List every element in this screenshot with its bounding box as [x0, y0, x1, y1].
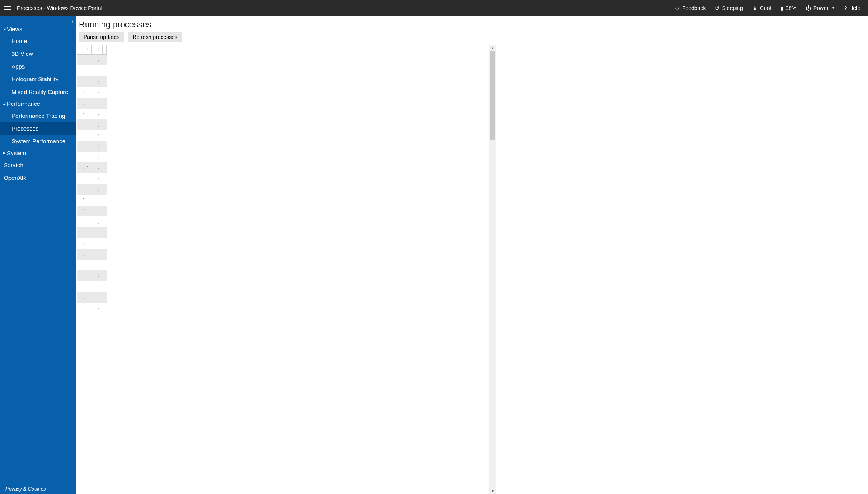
table-row[interactable]: 1400svchost.exeNT AUTHORITY\NETWO…00.33%…: [77, 184, 107, 195]
table-row[interactable]: 1184lsass.exeNT AUTHORITY\SYSTEM00.00%9.…: [77, 130, 107, 141]
pause-updates-button[interactable]: Pause updates: [79, 32, 124, 42]
cell-cpu: 0.00%: [92, 162, 95, 173]
table-row[interactable]: 4SystemNT AUTHORITY\SYSTEM014.58%32.0 KB…: [77, 65, 107, 76]
cell-cpu: 0.00%: [92, 303, 95, 313]
cell-name: svchost.exe: [80, 270, 84, 281]
cell-cs: 8.7 MB: [103, 227, 107, 238]
cell-cpu: 0.00%: [92, 270, 95, 281]
table-row[interactable]: 600smss.exeNT AUTHORITY\SYSTEM00.00%268.…: [77, 98, 107, 109]
sidebar-collapse-button[interactable]: ‹: [72, 18, 73, 24]
table-row[interactable]: 1852svchost.exeNT AUTHORITY\LOCAL …00.00…: [77, 238, 107, 249]
table-row[interactable]: 0System Idle ProcessNT AUTHORITY\SYSTEM0…: [77, 55, 107, 65]
table-row[interactable]: 1292dwm.exeWindow Manager\DWM…00.00%413.…: [77, 162, 107, 173]
privacy-link[interactable]: Privacy & Cookies: [0, 484, 76, 494]
column-header-pws[interactable]: Private Working Set: [95, 45, 99, 55]
scroll-thumb[interactable]: [490, 51, 495, 140]
sidebar-group-performance[interactable]: ◢Performance: [0, 98, 76, 109]
cell-pws: 688.0 KB: [95, 87, 99, 98]
sidebar-item-system-performance[interactable]: System Performance: [0, 135, 76, 147]
cell-cpu: 0.00%: [92, 87, 95, 98]
column-header-pid[interactable]: PID: [77, 45, 80, 55]
table-row[interactable]: 1648WUDFHost.exeNT AUTHORITY\LOCAL …00.0…: [77, 206, 107, 216]
table-row[interactable]: 1460WUDFHost.exeNT AUTHORITY\LOCAL …00.3…: [77, 195, 107, 206]
table-row[interactable]: 1796svchost.exeNT AUTHORITY\LOCAL …00.00…: [77, 227, 107, 238]
cell-ws: 47.8 MB: [99, 249, 103, 260]
table-row[interactable]: 2016svchost.exeNT AUTHORITY\LOCAL …00.00…: [77, 270, 107, 281]
sidebar-item-home[interactable]: Home: [0, 35, 76, 47]
cell-cpu: 0.00%: [92, 238, 95, 249]
sidebar-item-mixed-reality-capture[interactable]: Mixed Reality Capture: [0, 85, 76, 98]
caret-right-icon: ▶: [3, 151, 5, 155]
column-header-sid[interactable]: Session Id: [88, 45, 92, 55]
table-row[interactable]: 2216sihost.exeHOLOLENS-P3NAQ6\De…00.33%4…: [77, 292, 107, 303]
cell-pid: 4: [77, 65, 80, 76]
sidebar-item-apps[interactable]: Apps: [0, 60, 76, 73]
table-row[interactable]: 1300svchost.exeNT AUTHORITY\SYSTEM00.00%…: [77, 173, 107, 184]
cell-name: WUDFHost.exe: [80, 206, 84, 216]
cell-user: NT AUTHORITY\SYSTEM: [84, 260, 88, 270]
feedback-label: Feedback: [682, 5, 706, 11]
cell-ws: 15.6 MB: [99, 303, 103, 313]
cell-sid: 0: [88, 292, 92, 303]
sidebar-item-performance-tracing[interactable]: Performance Tracing: [0, 109, 76, 122]
cell-cpu: 0.00%: [92, 109, 95, 119]
table-row[interactable]: 1656svchost.exeNT AUTHORITY\SYSTEM00.00%…: [77, 216, 107, 227]
cell-name: [80, 76, 84, 87]
column-header-cpu[interactable]: CPU: [92, 45, 95, 55]
cell-cpu: 0.00%: [92, 119, 95, 130]
cell-pws: 4.7 MB: [95, 292, 99, 303]
cell-cs: 2.0 MB: [103, 206, 107, 216]
table-row[interactable]: 2260Spectrum.exeNT AUTHORITY\LOCAL …00.0…: [77, 303, 107, 313]
sidebar-item-scratch[interactable]: Scratch: [0, 159, 76, 171]
cell-cpu: 0.33%: [92, 292, 95, 303]
cell-user: NT AUTHORITY\SYSTEM: [84, 130, 88, 141]
column-header-ws[interactable]: Working Set: [99, 45, 103, 55]
table-row[interactable]: 564csrss.exeNT AUTHORITY\SYSTEM00.00%688…: [77, 87, 107, 98]
hamburger-menu-icon[interactable]: [4, 5, 11, 11]
table-row[interactable]: 1200HoloCameraApp.exeREDMOND\ambillin00.…: [77, 141, 107, 152]
scroll-up-arrow-icon[interactable]: ▴: [489, 45, 496, 51]
table-row[interactable]: 1916svchost.exeNT AUTHORITY\SYSTEM00.00%…: [77, 260, 107, 270]
cell-name: lsass.exe: [80, 130, 84, 141]
sidebar-group-system[interactable]: ▶System: [0, 147, 76, 159]
table-row[interactable]: 2024svchost.exeNT AUTHORITY\LOCAL …00.00…: [77, 281, 107, 292]
scroll-down-arrow-icon[interactable]: ▾: [489, 488, 496, 494]
feedback-button[interactable]: ☺ Feedback: [674, 5, 706, 11]
table-row[interactable]: 1240NT AUTHORITY\SYSTEM00.00%59.9 MB59.9…: [77, 152, 107, 162]
table-row[interactable]: 140NT AUTHORITY\SYSTEM00.00%6.2 MB32.8 M…: [77, 76, 107, 87]
table-row[interactable]: 1124wininit.exeNT AUTHORITY\SYSTEM00.00%…: [77, 109, 107, 119]
cell-name: dwm.exe: [80, 162, 84, 173]
column-header-user[interactable]: User name: [84, 45, 88, 55]
refresh-processes-button[interactable]: Refresh processes: [128, 32, 182, 42]
sidebar-item-openxr[interactable]: OpenXR: [0, 171, 76, 184]
sidebar-item-3d-view[interactable]: 3D View: [0, 47, 76, 60]
cell-ws: 32.8 MB: [99, 76, 103, 87]
cell-user: NT AUTHORITY\LOCAL …: [84, 238, 88, 249]
cell-pws: 2.9 MB: [95, 119, 99, 130]
table-header-row: PIDNameUser nameSession IdCPUPrivate Wor…: [77, 45, 107, 55]
vertical-scrollbar[interactable]: ▴ ▾: [489, 45, 496, 494]
cell-pws: 1.1 MB: [95, 206, 99, 216]
cell-pid: 1124: [77, 109, 80, 119]
sidebar-group-label: System: [7, 150, 26, 156]
cell-ws: 5.7 MB: [99, 206, 103, 216]
power-menu-button[interactable]: ⏻ Power: [806, 5, 835, 11]
cell-pid: 1852: [77, 238, 80, 249]
cell-pid: 564: [77, 87, 80, 98]
cell-sid: 0: [88, 76, 92, 87]
cell-pws: 7.2 MB: [95, 227, 99, 238]
cell-ws: 11.8 MB: [99, 184, 103, 195]
cell-cs: 6.3 MB: [103, 184, 107, 195]
cell-name: svchost.exe: [80, 227, 84, 238]
column-header-cs[interactable]: Commit Size: [103, 45, 107, 55]
sidebar-item-processes[interactable]: Processes: [0, 122, 76, 135]
table-row[interactable]: 1164services.exeNT AUTHORITY\SYSTEM00.00…: [77, 119, 107, 130]
cell-sid: 0: [88, 55, 92, 65]
help-button[interactable]: ? Help: [844, 5, 860, 11]
battery-icon: ▮: [780, 5, 783, 11]
table-row[interactable]: 1860svchost.exeNT AUTHORITY\LOCAL …00.00…: [77, 249, 107, 260]
column-header-name[interactable]: Name: [80, 45, 84, 55]
cell-ws: 78.1 MB: [99, 141, 103, 152]
sidebar-item-hologram-stability[interactable]: Hologram Stability: [0, 73, 76, 85]
sidebar-group-views[interactable]: ◢Views: [0, 23, 76, 35]
